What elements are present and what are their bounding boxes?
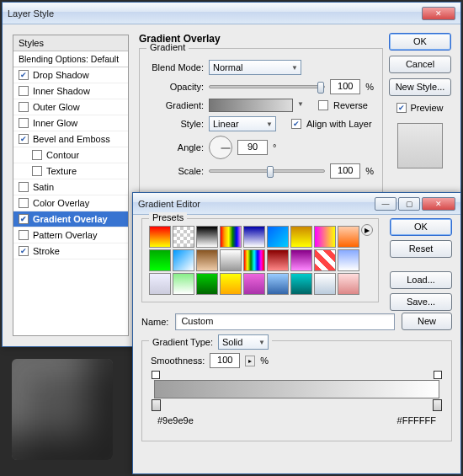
style-item-drop-shadow[interactable]: Drop Shadow [13,67,128,83]
opacity-stop-right[interactable] [434,371,442,379]
new-style-button[interactable]: New Style... [389,78,451,96]
style-label: Drop Shadow [33,70,89,80]
style-item-outer-glow[interactable]: Outer Glow [13,99,128,115]
preset-swatch[interactable] [314,226,336,248]
style-item-inner-shadow[interactable]: Inner Shadow [13,83,128,99]
new-button[interactable]: New [402,313,452,330]
preset-swatch[interactable] [149,249,171,271]
smoothness-input[interactable]: 100 [210,353,240,368]
preset-swatch[interactable] [196,249,218,271]
angle-dial[interactable] [209,136,232,159]
style-item-color-overlay[interactable]: Color Overlay [13,195,128,211]
load-button[interactable]: Load... [390,271,452,289]
preset-swatch[interactable] [173,249,194,271]
style-item-gradient-overlay[interactable]: Gradient Overlay [13,211,128,227]
scale-input[interactable]: 100 [330,163,360,179]
preset-swatch[interactable] [220,249,242,271]
style-checkbox[interactable] [19,86,29,96]
name-input[interactable]: Custom [175,313,395,330]
preset-swatch[interactable] [243,249,265,271]
maximize-icon[interactable]: ▢ [398,197,420,211]
ok-button[interactable]: OK [389,33,451,51]
blend-mode-select[interactable]: Normal [209,60,301,75]
close-icon[interactable]: ✕ [422,7,455,20]
preset-swatch[interactable] [196,226,218,248]
preset-swatch[interactable] [173,226,194,248]
pct-label: % [260,356,269,366]
style-checkbox[interactable] [19,214,29,224]
opacity-slider[interactable] [209,85,325,88]
gradient-swatch[interactable] [209,99,293,112]
style-checkbox[interactable] [19,118,29,128]
preset-swatch[interactable] [149,226,171,248]
blending-options[interactable]: Blending Options: Default [13,51,128,67]
deg-label: ° [273,142,276,152]
style-checkbox[interactable] [19,102,29,112]
style-checkbox[interactable] [19,134,29,144]
style-item-satin[interactable]: Satin [13,179,128,195]
preset-swatch[interactable] [338,273,359,295]
ok-button[interactable]: OK [390,218,452,236]
reverse-checkbox[interactable] [318,100,328,110]
smoothness-stepper-icon[interactable]: ▸ [245,356,255,366]
preset-swatch[interactable] [267,226,289,248]
style-item-contour[interactable]: Contour [13,147,128,163]
preset-swatch[interactable] [290,273,312,295]
preset-swatch[interactable] [338,226,359,248]
presets-legend: Presets [149,212,187,222]
preset-swatch[interactable] [314,249,336,271]
preset-menu-icon[interactable]: ▶ [361,224,373,236]
style-checkbox[interactable] [19,198,29,208]
preset-swatch[interactable] [290,249,312,271]
preset-swatch[interactable] [243,226,265,248]
gradient-type-select[interactable]: Solid [218,334,269,350]
preset-swatch[interactable] [267,273,289,295]
preset-swatch[interactable] [338,249,359,271]
style-label: Inner Shadow [33,86,90,96]
preset-swatch[interactable] [267,249,289,271]
angle-input[interactable]: 90 [237,140,268,155]
gradient-bar[interactable] [154,380,439,398]
preview-checkbox[interactable] [396,103,407,113]
style-item-bevel-and-emboss[interactable]: Bevel and Emboss [13,131,128,147]
reset-button[interactable]: Reset [390,240,452,258]
style-checkbox[interactable] [19,182,29,192]
style-item-inner-glow[interactable]: Inner Glow [13,115,128,131]
preset-swatch[interactable] [220,226,242,248]
styles-header[interactable]: Styles [13,35,128,51]
minimize-icon[interactable]: — [375,197,396,211]
reverse-label: Reverse [333,100,368,110]
style-checkbox[interactable] [19,230,29,240]
style-label: Texture [46,166,77,176]
preset-swatch[interactable] [243,273,265,295]
close-icon[interactable]: ✕ [422,197,455,211]
color-stop-right[interactable] [433,399,442,411]
preset-swatch[interactable] [220,273,242,295]
preset-swatch[interactable] [173,273,194,295]
name-label: Name: [141,317,168,327]
save-button[interactable]: Save... [390,293,452,311]
cancel-button[interactable]: Cancel [389,56,451,73]
style-checkbox[interactable] [32,166,42,176]
style-item-texture[interactable]: Texture [13,163,128,179]
preset-swatch[interactable] [290,226,312,248]
scale-slider[interactable] [209,169,325,173]
style-checkbox[interactable] [32,150,42,160]
window-title: Layer Style [8,8,54,19]
opacity-input[interactable]: 100 [330,79,360,94]
style-label: Satin [33,182,54,192]
gradient-overlay-panel: Gradient Overlay Gradient Blend Mode: No… [139,33,383,194]
preset-swatch[interactable] [314,273,336,295]
style-item-stroke[interactable]: Stroke [13,243,128,259]
style-item-pattern-overlay[interactable]: Pattern Overlay [13,227,128,243]
opacity-stop-left[interactable] [152,371,160,379]
preset-swatch[interactable] [149,273,171,295]
color-stop-left[interactable] [152,399,161,411]
style-select[interactable]: Linear [209,116,276,131]
smoothness-label: Smoothness: [151,356,205,366]
style-checkbox[interactable] [19,246,29,256]
style-checkbox[interactable] [19,70,29,80]
align-checkbox[interactable] [291,119,301,129]
preset-swatch[interactable] [196,273,218,295]
layer-style-titlebar[interactable]: Layer Style ✕ [3,3,460,24]
